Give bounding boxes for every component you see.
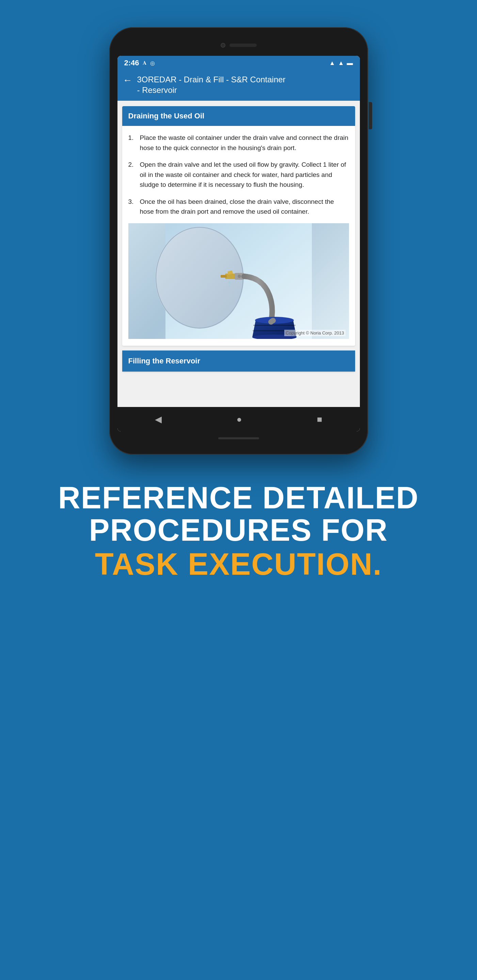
step-number-3: 3.: [128, 197, 137, 217]
phone-bottom: [118, 431, 360, 445]
page-title: 3OREDAR - Drain & Fill - S&R Container -…: [137, 74, 286, 95]
home-indicator: [218, 437, 259, 439]
phone-top-bar: [118, 37, 360, 54]
content-area: Draining the Used Oil 1. Place the waste…: [118, 101, 360, 407]
app-header: ← 3OREDAR - Drain & Fill - S&R Container…: [118, 70, 360, 101]
filling-card-header[interactable]: Filling the Reservoir: [122, 350, 355, 372]
svg-point-7: [238, 275, 241, 278]
list-item: 1. Place the waste oil container under t…: [128, 133, 349, 153]
recent-nav-button[interactable]: ■: [317, 414, 322, 425]
procedure-list: 1. Place the waste oil container under t…: [128, 133, 349, 216]
filling-card[interactable]: Filling the Reservoir: [122, 350, 355, 372]
draining-card: Draining the Used Oil 1. Place the waste…: [122, 106, 355, 346]
draining-card-body: 1. Place the waste oil container under t…: [122, 126, 355, 346]
image-copyright: Copyright © Noria Corp. 2013: [284, 330, 345, 336]
status-right: ▲ ▲ ▬: [329, 60, 353, 67]
svg-rect-4: [221, 275, 227, 278]
marketing-section: REFERENCE DETAILEDPROCEDURES FOR TASK EX…: [31, 482, 446, 581]
status-bar: 2:46 𝐀 ◎ ▲ ▲ ▬: [118, 56, 360, 70]
speaker: [230, 43, 257, 47]
notification-icon-a: 𝐀: [143, 60, 147, 66]
battery-icon: ▬: [347, 60, 353, 67]
step-number-2: 2.: [128, 159, 137, 189]
camera: [221, 43, 225, 48]
home-nav-button[interactable]: ●: [237, 414, 242, 425]
list-item: 2. Open the drain valve and let the used…: [128, 159, 349, 189]
list-item: 3. Once the oil has been drained, close …: [128, 197, 349, 217]
status-time: 2:46: [124, 59, 139, 67]
svg-point-9: [229, 285, 230, 287]
draining-card-header: Draining the Used Oil: [122, 106, 355, 126]
phone-device: 2:46 𝐀 ◎ ▲ ▲ ▬ ← 3OREDAR - Drain & Fill …: [109, 27, 368, 455]
drain-image: Copyright © Noria Corp. 2013: [128, 223, 349, 339]
phone-nav-bar: ◀ ● ■: [118, 407, 360, 431]
filling-header-text: Filling the Reservoir: [128, 356, 201, 365]
step-text-3: Once the oil has been drained, close the…: [140, 197, 349, 217]
notification-icon-circle: ◎: [150, 60, 155, 66]
back-button[interactable]: ←: [123, 75, 132, 86]
status-left: 2:46 𝐀 ◎: [124, 59, 155, 67]
svg-point-8: [228, 281, 230, 285]
marketing-line2: TASK EXECUTION.: [58, 548, 419, 581]
phone-screen: 2:46 𝐀 ◎ ▲ ▲ ▬ ← 3OREDAR - Drain & Fill …: [118, 56, 360, 431]
step-text-2: Open the drain valve and let the used oi…: [140, 159, 349, 189]
marketing-line1: REFERENCE DETAILEDPROCEDURES FOR: [58, 482, 419, 546]
step-number-1: 1.: [128, 133, 137, 153]
back-nav-button[interactable]: ◀: [155, 414, 162, 425]
step-text-1: Place the waste oil container under the …: [140, 133, 349, 153]
wifi-icon: ▲: [329, 60, 335, 67]
draining-header-text: Draining the Used Oil: [128, 111, 205, 120]
signal-icon: ▲: [338, 60, 344, 67]
